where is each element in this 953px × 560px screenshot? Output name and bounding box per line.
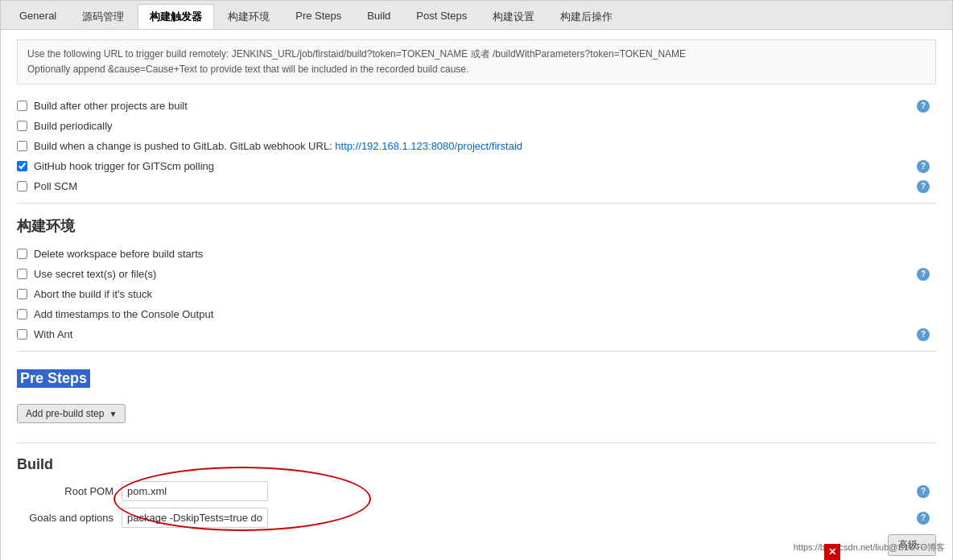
tab-general[interactable]: General <box>7 4 68 29</box>
close-icon[interactable]: ✕ <box>824 544 840 560</box>
checkbox-secret-text: Use secret text(s) or file(s) ? <box>17 264 936 284</box>
checkbox-delete-workspace: Delete workspace before build starts <box>17 244 936 264</box>
checkbox-build-after: Build after other projects are built ? <box>17 96 936 116</box>
delete-workspace-label: Delete workspace before build starts <box>34 248 203 260</box>
pre-steps-title: Pre Steps <box>17 369 90 388</box>
tab-settings[interactable]: 构建设置 <box>481 4 547 29</box>
build-periodic-checkbox[interactable] <box>17 121 27 131</box>
help-icon-with-ant[interactable]: ? <box>917 328 930 341</box>
with-ant-checkbox[interactable] <box>17 329 27 340</box>
checkbox-abort-stuck: Abort the build if it's stuck <box>17 284 936 304</box>
goals-label: Goals and options <box>17 512 113 524</box>
build-env-section: Delete workspace before build starts Use… <box>17 244 936 344</box>
github-hook-checkbox[interactable] <box>17 161 27 171</box>
poll-scm-checkbox[interactable] <box>17 181 27 191</box>
checkbox-timestamps: Add timestamps to the Console Output <box>17 304 936 324</box>
help-icon-goals[interactable]: ? <box>917 512 930 525</box>
checkbox-poll-scm: Poll SCM ? <box>17 176 936 196</box>
info-box: Use the following URL to trigger build r… <box>17 39 936 84</box>
timestamps-checkbox[interactable] <box>17 309 27 319</box>
checkbox-build-periodic: Build periodically <box>17 116 936 136</box>
tab-build[interactable]: Build <box>355 4 402 29</box>
poll-scm-label: Poll SCM <box>34 180 77 192</box>
tab-bar: General 源码管理 构建触发器 构建环境 Pre Steps Build … <box>1 1 952 30</box>
add-pre-build-step-label: Add pre-build step <box>26 408 104 419</box>
help-icon-github-hook[interactable]: ? <box>917 160 930 173</box>
build-periodic-label: Build periodically <box>34 120 113 132</box>
tab-env[interactable]: 构建环境 <box>216 4 282 29</box>
timestamps-label: Add timestamps to the Console Output <box>34 308 213 320</box>
build-env-title: 构建环境 <box>17 216 936 236</box>
trigger-section: Build after other projects are built ? B… <box>17 96 936 196</box>
checkbox-with-ant: With Ant ? <box>17 324 936 344</box>
github-hook-label: GitHub hook trigger for GITScm polling <box>34 160 214 172</box>
tab-poststeps[interactable]: Post Steps <box>404 4 479 29</box>
add-pre-build-step-button[interactable]: Add pre-build step ▼ <box>17 404 126 423</box>
tab-trigger[interactable]: 构建触发器 <box>138 4 214 29</box>
tab-source[interactable]: 源码管理 <box>70 4 136 29</box>
root-pom-row: Root POM ? <box>17 481 936 501</box>
secret-text-checkbox[interactable] <box>17 269 27 279</box>
watermark: https://blog.csdn.net/liub@S1CTO博客 <box>794 541 945 554</box>
checkbox-build-gitlab: Build when a change is pushed to GitLab.… <box>17 136 936 156</box>
delete-workspace-checkbox[interactable] <box>17 249 27 259</box>
build-title: Build <box>17 456 936 473</box>
info-line1: Use the following URL to trigger build r… <box>27 47 926 62</box>
secret-text-label: Use secret text(s) or file(s) <box>34 268 156 280</box>
goals-row: Goals and options ? <box>17 508 936 528</box>
tab-presteps[interactable]: Pre Steps <box>283 4 353 29</box>
help-icon-build-after[interactable]: ? <box>917 100 930 113</box>
build-gitlab-checkbox[interactable] <box>17 141 27 151</box>
build-gitlab-label: Build when a change is pushed to GitLab.… <box>34 140 522 152</box>
abort-stuck-label: Abort the build if it's stuck <box>34 288 152 300</box>
build-after-label: Build after other projects are built <box>34 100 188 112</box>
checkbox-github-hook: GitHub hook trigger for GITScm polling ? <box>17 156 936 176</box>
pre-steps-section: Pre Steps Add pre-build step ▼ <box>17 358 936 434</box>
build-after-checkbox[interactable] <box>17 101 27 111</box>
help-icon-secret-text[interactable]: ? <box>917 268 930 281</box>
info-line2: Optionally append &cause=Cause+Text to p… <box>27 62 926 77</box>
root-pom-label: Root POM <box>17 485 113 497</box>
tab-postbuild[interactable]: 构建后操作 <box>548 4 625 29</box>
help-icon-poll-scm[interactable]: ? <box>917 180 930 193</box>
goals-input[interactable] <box>122 508 268 528</box>
with-ant-label: With Ant <box>34 328 72 340</box>
help-icon-root-pom[interactable]: ? <box>917 485 930 498</box>
abort-stuck-checkbox[interactable] <box>17 289 27 299</box>
dropdown-arrow-icon: ▼ <box>109 410 117 418</box>
root-pom-input[interactable] <box>122 481 268 501</box>
